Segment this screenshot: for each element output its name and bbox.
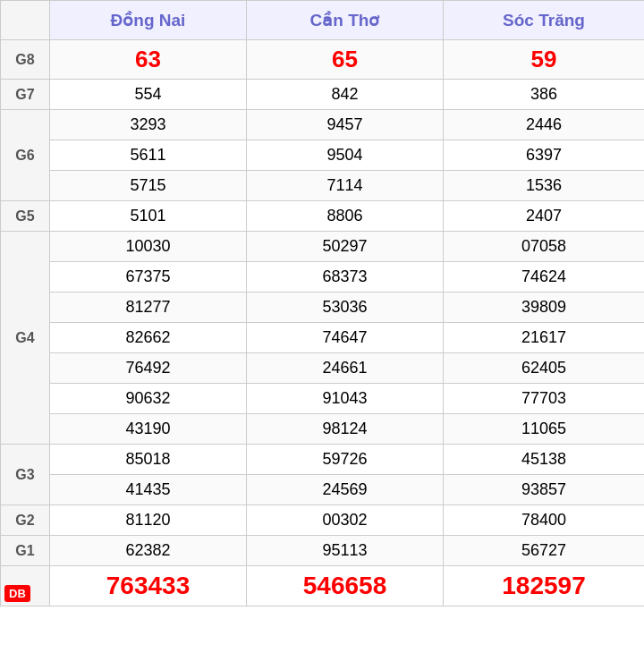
cell-value: 24661: [247, 353, 444, 384]
cell-value: 90632: [50, 384, 247, 414]
cell-value: 82662: [50, 323, 247, 353]
row-label-g5: G5: [1, 201, 50, 232]
table-row: 561195046397: [1, 140, 645, 171]
cell-value: 91043: [247, 384, 444, 414]
table-row: G4100305029707058: [1, 232, 645, 262]
header-can-tho: Cần Thơ: [247, 1, 444, 40]
cell-value: 6397: [444, 140, 645, 171]
cell-value: 8806: [247, 201, 444, 232]
cell-value: 98124: [247, 414, 444, 445]
cell-value: 10030: [50, 232, 247, 262]
cell-value: 554: [50, 80, 247, 110]
cell-value: 5101: [50, 201, 247, 232]
table-row: 906329104377703: [1, 384, 645, 414]
cell-value: 07058: [444, 232, 645, 262]
cell-value: 74647: [247, 323, 444, 353]
special-prize-value: 763433: [50, 566, 247, 606]
header-row: Đồng Nai Cần Thơ Sóc Trăng: [1, 1, 645, 40]
cell-value: 5715: [50, 171, 247, 201]
cell-value: 78400: [444, 505, 645, 536]
table-row: G7554842386: [1, 80, 645, 110]
g8-cell-value: 59: [444, 40, 645, 80]
cell-value: 77703: [444, 384, 645, 414]
special-prize-value: 182597: [444, 566, 645, 606]
row-label-g7: G7: [1, 80, 50, 110]
table-row: G2811200030278400: [1, 505, 645, 536]
cell-value: 39809: [444, 293, 645, 323]
row-label-g4: G4: [1, 232, 50, 445]
row-label-db: DB: [1, 566, 50, 606]
g8-cell-value: 63: [50, 40, 247, 80]
table-row: 764922466162405: [1, 353, 645, 384]
cell-value: 842: [247, 80, 444, 110]
table-row-special: DB763433546658182597: [1, 566, 645, 606]
cell-value: 45138: [444, 445, 645, 475]
table-row: G3850185972645138: [1, 445, 645, 475]
cell-value: 2407: [444, 201, 645, 232]
cell-value: 93857: [444, 475, 645, 505]
table-row: 673756837374624: [1, 262, 645, 293]
cell-value: 24569: [247, 475, 444, 505]
cell-value: 1536: [444, 171, 645, 201]
cell-value: 7114: [247, 171, 444, 201]
table-row: 571571141536: [1, 171, 645, 201]
special-prize-value: 546658: [247, 566, 444, 606]
cell-value: 11065: [444, 414, 645, 445]
table-row: 812775303639809: [1, 293, 645, 323]
cell-value: 62382: [50, 536, 247, 566]
table-row: G5510188062407: [1, 201, 645, 232]
cell-value: 95113: [247, 536, 444, 566]
row-label-g6: G6: [1, 110, 50, 201]
cell-value: 41435: [50, 475, 247, 505]
cell-value: 9504: [247, 140, 444, 171]
row-label-g8: G8: [1, 40, 50, 80]
g8-cell-value: 65: [247, 40, 444, 80]
table-row-g8: G8636559: [1, 40, 645, 80]
table-row: 414352456993857: [1, 475, 645, 505]
cell-value: 74624: [444, 262, 645, 293]
row-label-g1: G1: [1, 536, 50, 566]
table-row: G6329394572446: [1, 110, 645, 140]
cell-value: 81120: [50, 505, 247, 536]
cell-value: 00302: [247, 505, 444, 536]
header-dong-nai: Đồng Nai: [50, 1, 247, 40]
cell-value: 3293: [50, 110, 247, 140]
table-row: 826627464721617: [1, 323, 645, 353]
db-badge: DB: [4, 585, 30, 602]
cell-value: 85018: [50, 445, 247, 475]
lottery-table-container: Đồng Nai Cần Thơ Sóc Trăng G8636559G7554…: [0, 0, 644, 653]
cell-value: 81277: [50, 293, 247, 323]
row-label-g3: G3: [1, 445, 50, 505]
table-row: G1623829511356727: [1, 536, 645, 566]
cell-value: 62405: [444, 353, 645, 384]
cell-value: 53036: [247, 293, 444, 323]
cell-value: 21617: [444, 323, 645, 353]
cell-value: 43190: [50, 414, 247, 445]
cell-value: 56727: [444, 536, 645, 566]
cell-value: 5611: [50, 140, 247, 171]
cell-value: 50297: [247, 232, 444, 262]
cell-value: 76492: [50, 353, 247, 384]
cell-value: 386: [444, 80, 645, 110]
table-row: 431909812411065: [1, 414, 645, 445]
row-label-g2: G2: [1, 505, 50, 536]
cell-value: 9457: [247, 110, 444, 140]
header-empty: [1, 1, 50, 40]
cell-value: 68373: [247, 262, 444, 293]
header-soc-trang: Sóc Trăng: [444, 1, 645, 40]
lottery-table: Đồng Nai Cần Thơ Sóc Trăng G8636559G7554…: [0, 0, 644, 606]
cell-value: 59726: [247, 445, 444, 475]
cell-value: 67375: [50, 262, 247, 293]
cell-value: 2446: [444, 110, 645, 140]
